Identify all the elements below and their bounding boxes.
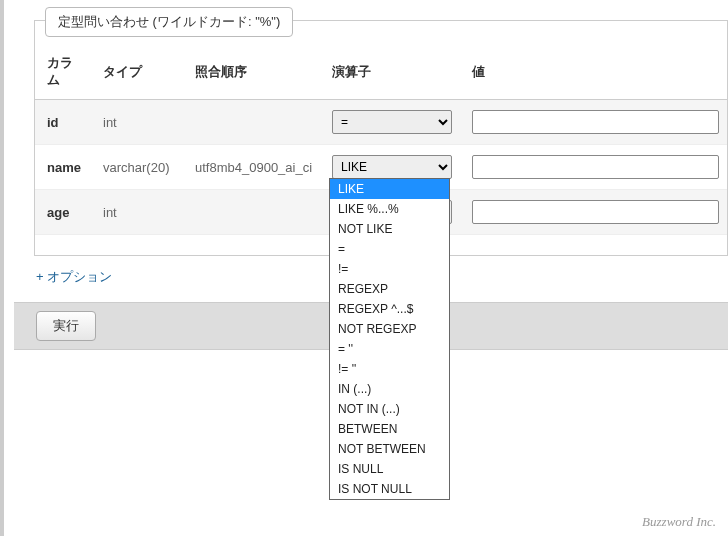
operator-option[interactable]: NOT IN (...) (330, 399, 449, 419)
table-row: id int = (35, 100, 727, 145)
cell-type: int (91, 190, 183, 235)
operator-option[interactable]: LIKE %...% (330, 199, 449, 219)
value-input[interactable] (472, 200, 719, 224)
operator-option[interactable]: NOT LIKE (330, 219, 449, 239)
operator-option[interactable]: IN (...) (330, 379, 449, 399)
operator-option[interactable]: IS NOT NULL (330, 479, 449, 499)
header-collation: 照合順序 (183, 45, 320, 100)
header-operator: 演算子 (320, 45, 460, 100)
query-panel-title: 定型問い合わせ (ワイルドカード: "%") (45, 7, 293, 37)
brand-label: Buzzword Inc. (642, 514, 716, 530)
operator-dropdown[interactable]: LIKELIKE %...%NOT LIKE=!=REGEXPREGEXP ^.… (329, 178, 450, 500)
operator-option[interactable]: NOT REGEXP (330, 319, 449, 339)
value-input[interactable] (472, 155, 719, 179)
operator-option[interactable]: IS NULL (330, 459, 449, 479)
value-input[interactable] (472, 110, 719, 134)
cell-collation (183, 100, 320, 145)
operator-select[interactable]: = (332, 110, 452, 134)
operator-select[interactable]: LIKE (332, 155, 452, 179)
cell-collation (183, 190, 320, 235)
operator-option[interactable]: != '' (330, 359, 449, 379)
operator-option[interactable]: REGEXP (330, 279, 449, 299)
operator-option[interactable]: = '' (330, 339, 449, 359)
cell-collation: utf8mb4_0900_ai_ci (183, 145, 320, 190)
cell-type: int (91, 100, 183, 145)
cell-column: name (35, 145, 91, 190)
execute-button[interactable]: 実行 (36, 311, 96, 341)
options-link[interactable]: + オプション (14, 256, 134, 298)
operator-option[interactable]: != (330, 259, 449, 279)
header-column: カラム (35, 45, 91, 100)
operator-option[interactable]: = (330, 239, 449, 259)
operator-option[interactable]: REGEXP ^...$ (330, 299, 449, 319)
operator-option[interactable]: LIKE (330, 179, 449, 199)
cell-column: age (35, 190, 91, 235)
operator-option[interactable]: NOT BETWEEN (330, 439, 449, 459)
cell-type: varchar(20) (91, 145, 183, 190)
operator-option[interactable]: BETWEEN (330, 419, 449, 439)
cell-column: id (35, 100, 91, 145)
header-type: タイプ (91, 45, 183, 100)
header-value: 値 (460, 45, 727, 100)
